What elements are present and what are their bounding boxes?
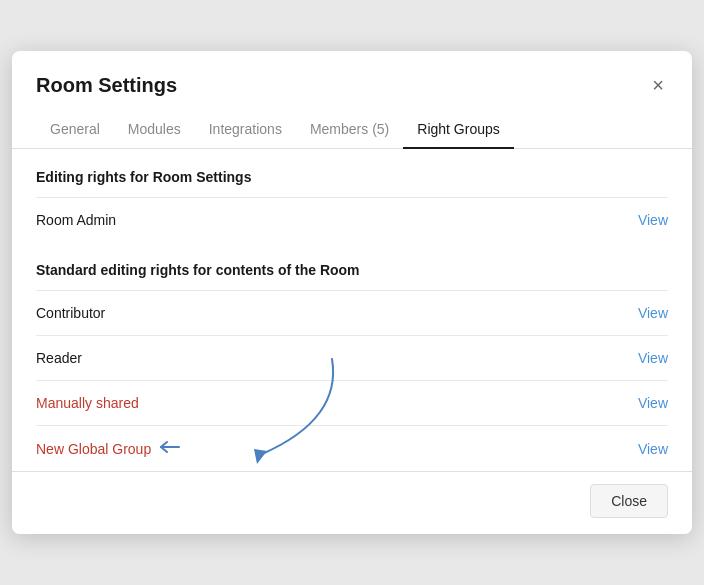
tab-modules[interactable]: Modules [114, 111, 195, 149]
modal-footer: Close [12, 471, 692, 534]
modal-title: Room Settings [36, 74, 177, 97]
contributor-label: Contributor [36, 305, 105, 321]
manually-shared-view-link[interactable]: View [638, 395, 668, 411]
table-row: Reader View [36, 335, 668, 380]
reader-label: Reader [36, 350, 82, 366]
tab-integrations[interactable]: Integrations [195, 111, 296, 149]
footer-close-button[interactable]: Close [590, 484, 668, 518]
section-editing-rights-title: Editing rights for Room Settings [36, 149, 668, 197]
room-admin-view-link[interactable]: View [638, 212, 668, 228]
table-row: New Global Group View [36, 425, 668, 471]
arrow-annotation-icon [159, 440, 181, 457]
room-admin-label: Room Admin [36, 212, 116, 228]
close-icon-button[interactable]: × [648, 71, 668, 99]
modal-header: Room Settings × [12, 51, 692, 99]
new-global-group-label: New Global Group [36, 440, 181, 457]
tab-right-groups[interactable]: Right Groups [403, 111, 513, 149]
tab-members[interactable]: Members (5) [296, 111, 403, 149]
table-row: Manually shared View [36, 380, 668, 425]
close-icon: × [652, 75, 664, 95]
reader-view-link[interactable]: View [638, 350, 668, 366]
table-row: Room Admin View [36, 197, 668, 242]
tab-general[interactable]: General [36, 111, 114, 149]
contributor-view-link[interactable]: View [638, 305, 668, 321]
section-standard-editing-title: Standard editing rights for contents of … [36, 242, 668, 290]
table-row: Contributor View [36, 290, 668, 335]
new-global-group-view-link[interactable]: View [638, 441, 668, 457]
tabs-bar: General Modules Integrations Members (5)… [12, 111, 692, 149]
room-settings-modal: Room Settings × General Modules Integrat… [12, 51, 692, 534]
modal-overlay: Room Settings × General Modules Integrat… [0, 0, 704, 585]
modal-body: Editing rights for Room Settings Room Ad… [12, 149, 692, 471]
manually-shared-label: Manually shared [36, 395, 139, 411]
